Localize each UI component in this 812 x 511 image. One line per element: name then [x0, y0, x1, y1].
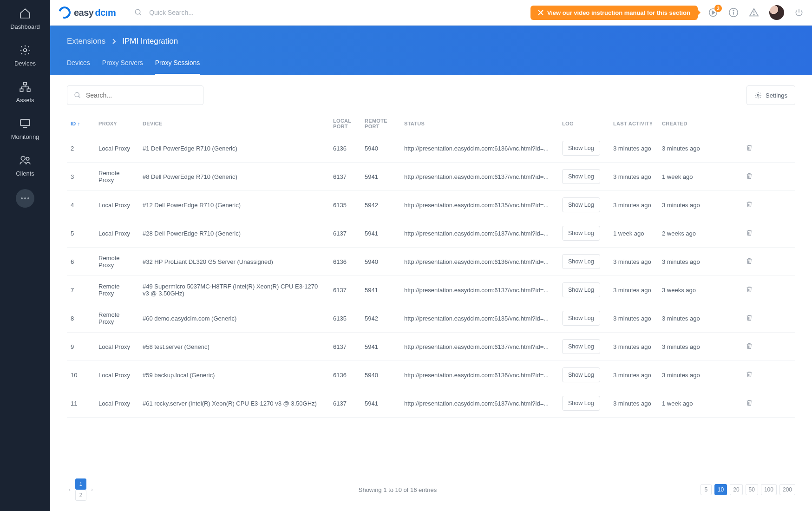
- sort-asc-icon: ↑: [78, 121, 80, 126]
- pagination: ‹ 12 ›: [67, 478, 95, 501]
- sidebar-item-label: Assets: [16, 97, 34, 104]
- show-log-button[interactable]: Show Log: [562, 141, 600, 156]
- show-log-button[interactable]: Show Log: [562, 226, 600, 241]
- table-search[interactable]: [67, 85, 203, 105]
- page-prev[interactable]: ‹: [67, 486, 72, 493]
- col-created[interactable]: CREATED: [658, 113, 742, 134]
- show-log-button[interactable]: Show Log: [562, 254, 600, 269]
- users-icon: [19, 154, 31, 166]
- sidebar-item-devices[interactable]: Devices: [0, 37, 50, 73]
- pagesize-20[interactable]: 20: [730, 484, 742, 495]
- breadcrumb: Extensions IPMI Integration: [67, 37, 795, 46]
- col-localport[interactable]: LOCAL PORT: [329, 113, 361, 134]
- home-icon: [19, 7, 31, 20]
- delete-button[interactable]: [742, 361, 795, 389]
- col-remoteport[interactable]: REMOTE PORT: [361, 113, 400, 134]
- tab-proxy-sessions[interactable]: Proxy Sessions: [155, 59, 200, 75]
- avatar[interactable]: [769, 5, 784, 20]
- search-icon: [74, 92, 81, 99]
- trash-icon: [746, 399, 753, 407]
- delete-button[interactable]: [742, 389, 795, 418]
- trash-icon: [746, 144, 753, 152]
- svg-rect-4: [20, 119, 30, 125]
- trash-icon: [746, 314, 753, 322]
- trash-icon: [746, 285, 753, 294]
- col-proxy[interactable]: PROXY: [95, 113, 139, 134]
- breadcrumb-root[interactable]: Extensions: [67, 37, 105, 46]
- pagesize-200[interactable]: 200: [779, 484, 795, 495]
- delete-button[interactable]: [742, 191, 795, 219]
- delete-button[interactable]: [742, 134, 795, 163]
- quick-search[interactable]: Quick Search...: [134, 8, 530, 17]
- delete-button[interactable]: [742, 219, 795, 248]
- svg-point-0: [24, 49, 27, 52]
- logo[interactable]: easydcım: [59, 7, 116, 19]
- trash-icon: [746, 172, 753, 180]
- table-row: 2Local Proxy#1 Dell PowerEdge R710 (Gene…: [67, 134, 795, 163]
- svg-point-7: [26, 157, 29, 161]
- show-log-button[interactable]: Show Log: [562, 197, 600, 212]
- close-icon[interactable]: [538, 10, 544, 15]
- power-button[interactable]: [794, 8, 804, 17]
- col-device[interactable]: DEVICE: [139, 113, 329, 134]
- page-next[interactable]: ›: [89, 486, 95, 493]
- show-log-button[interactable]: Show Log: [562, 282, 600, 297]
- table-row: 8Remote Proxy#60 demo.easydcim.com (Gene…: [67, 304, 795, 333]
- pagesize-100[interactable]: 100: [761, 484, 777, 495]
- show-log-button[interactable]: Show Log: [562, 169, 600, 184]
- col-id[interactable]: ID ↑: [67, 113, 95, 134]
- show-log-button[interactable]: Show Log: [562, 339, 600, 354]
- more-button[interactable]: [16, 189, 34, 208]
- sidebar-item-monitoring[interactable]: Monitoring: [0, 110, 50, 147]
- tab-proxy-servers[interactable]: Proxy Servers: [102, 59, 143, 75]
- sidebar-item-assets[interactable]: Assets: [0, 73, 50, 110]
- svg-rect-2: [20, 89, 23, 91]
- delete-button[interactable]: [742, 276, 795, 304]
- page-1[interactable]: 1: [75, 478, 86, 490]
- table-row: 10Local Proxy#59 backup.local (Generic)6…: [67, 361, 795, 389]
- col-log[interactable]: LOG: [558, 113, 609, 134]
- pagesize-5[interactable]: 5: [701, 484, 712, 495]
- pagination-summary: Showing 1 to 10 of 16 entries: [359, 486, 437, 493]
- sidebar-item-dashboard[interactable]: Dashboard: [0, 0, 50, 37]
- show-log-button[interactable]: Show Log: [562, 311, 600, 326]
- col-status[interactable]: STATUS: [400, 113, 558, 134]
- svg-marker-16: [712, 11, 715, 14]
- svg-point-10: [27, 197, 29, 199]
- svg-line-12: [139, 13, 141, 15]
- sessions-table: ID ↑ PROXY DEVICE LOCAL PORT REMOTE PORT…: [67, 113, 795, 418]
- delete-button[interactable]: [742, 163, 795, 191]
- alert-button[interactable]: [749, 7, 759, 18]
- tab-devices[interactable]: Devices: [67, 59, 90, 75]
- table-row: 5Local Proxy#28 Dell PowerEdge R710 (Gen…: [67, 219, 795, 248]
- chevron-right-icon: [112, 39, 116, 44]
- col-lastactivity[interactable]: LAST ACTIVITY: [609, 113, 658, 134]
- sidebar-item-label: Clients: [16, 170, 34, 177]
- table-row: 4Local Proxy#12 Dell PowerEdge R710 (Gen…: [67, 191, 795, 219]
- sidebar-item-label: Dashboard: [10, 23, 40, 30]
- promo-banner[interactable]: View our video instruction manual for th…: [530, 6, 698, 20]
- show-log-button[interactable]: Show Log: [562, 367, 600, 382]
- pagesize-50[interactable]: 50: [746, 484, 758, 495]
- delete-button[interactable]: [742, 248, 795, 276]
- trash-icon: [746, 200, 753, 209]
- notifications-button[interactable]: 3: [708, 7, 718, 18]
- page-size: 5102050100200: [701, 484, 795, 495]
- svg-point-9: [24, 197, 26, 199]
- svg-rect-3: [27, 89, 30, 91]
- sidebar-item-clients[interactable]: Clients: [0, 147, 50, 183]
- page-2[interactable]: 2: [75, 490, 86, 501]
- settings-button[interactable]: Settings: [747, 85, 795, 105]
- svg-point-6: [21, 156, 25, 160]
- delete-button[interactable]: [742, 304, 795, 333]
- search-input[interactable]: [86, 92, 196, 99]
- sidebar-item-label: Monitoring: [11, 133, 39, 140]
- tabs: DevicesProxy ServersProxy Sessions: [67, 59, 795, 75]
- svg-point-22: [75, 92, 79, 97]
- pagesize-10[interactable]: 10: [714, 484, 727, 495]
- svg-point-11: [135, 9, 140, 14]
- info-button[interactable]: [728, 7, 739, 18]
- show-log-button[interactable]: Show Log: [562, 396, 600, 411]
- delete-button[interactable]: [742, 333, 795, 361]
- quick-search-placeholder: Quick Search...: [149, 9, 194, 16]
